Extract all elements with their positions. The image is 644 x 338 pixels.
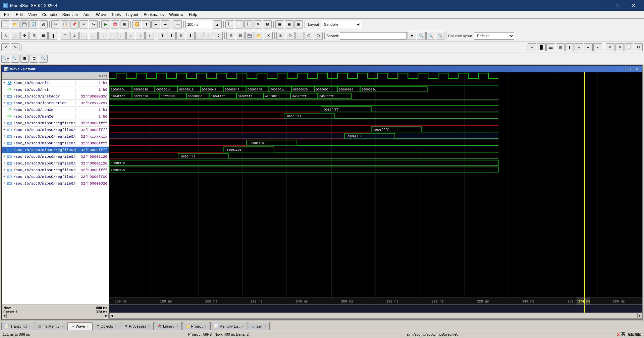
wave-shape-4[interactable]: ▦ bbox=[556, 43, 565, 51]
hscroll-right-button[interactable]: ▶ bbox=[637, 313, 642, 319]
sim-start-btn[interactable]: ▶ bbox=[101, 20, 110, 28]
tab-instmemv[interactable]: ▤InstMem.v× bbox=[35, 322, 67, 330]
wave-tools-3[interactable]: ←→ bbox=[79, 32, 88, 40]
expand-icon[interactable]: + bbox=[2, 128, 7, 132]
expand-icon[interactable]: + bbox=[2, 81, 7, 85]
signal-row[interactable]: +/soc_tb/soc0/mips0/regfile0/reg32[8]32'… bbox=[2, 140, 109, 147]
wave-tools-1[interactable]: ⊤ bbox=[61, 32, 69, 40]
search-go2[interactable]: 🔍 bbox=[426, 32, 435, 40]
sim-grid-btn[interactable]: ⊞ bbox=[120, 20, 129, 28]
wave-shape-3[interactable]: ▬ bbox=[546, 43, 555, 51]
tab-processes[interactable]: ⚙Processes× bbox=[121, 322, 154, 330]
expand-icon[interactable]: + bbox=[2, 101, 7, 105]
tr2-btn[interactable]: ▣ bbox=[285, 20, 293, 28]
del-sig-btn[interactable]: ⬇ bbox=[186, 32, 195, 40]
tab-library[interactable]: 📚Library× bbox=[154, 322, 182, 330]
copy-btn[interactable]: 📋 bbox=[61, 20, 69, 28]
zoom-tool-4[interactable]: ⬡ bbox=[305, 32, 313, 40]
col-layout-dropdown[interactable]: Default bbox=[474, 32, 514, 40]
tab-objects[interactable]: ⊙Objects× bbox=[93, 322, 121, 330]
t5-btn[interactable]: ⊠ bbox=[263, 20, 272, 28]
signal-row[interactable]: +/soc_tb/soc0/clk1'h1 bbox=[2, 80, 109, 86]
del-all-btn[interactable]: ✕ bbox=[264, 32, 273, 40]
expand-icon[interactable]: + bbox=[2, 155, 7, 158]
signal-row[interactable]: /soc_tb/soc0/memCe1'h0 bbox=[2, 113, 109, 120]
tab-memory-list[interactable]: 📊Memory List× bbox=[210, 322, 247, 330]
drag-btn[interactable]: ✥ bbox=[20, 32, 29, 40]
save-sig-btn[interactable]: 💾 bbox=[245, 32, 254, 40]
wave-btn[interactable]: 〰 bbox=[173, 20, 182, 28]
minimize-button[interactable]: — bbox=[594, 0, 609, 10]
t4-btn[interactable]: ✕ bbox=[254, 20, 262, 28]
expand-icon[interactable]: + bbox=[2, 182, 7, 185]
wave-shape-1[interactable]: ⌐ bbox=[528, 43, 536, 51]
redo-btn[interactable]: ↪ bbox=[89, 20, 98, 28]
signal-row[interactable]: +/soc_tb/soc0/instAddr32'h0000002c bbox=[2, 93, 109, 100]
expand-icon[interactable]: + bbox=[2, 161, 7, 165]
tab-close-btn[interactable]: × bbox=[87, 325, 89, 328]
t2-btn[interactable]: ⊢ bbox=[235, 20, 244, 28]
signal-row[interactable]: +/soc_tb/soc0/mips0/regfile0/reg32[11]32… bbox=[2, 120, 109, 127]
menu-item-view[interactable]: View bbox=[25, 12, 40, 18]
tr3-btn[interactable]: ▣ bbox=[294, 20, 303, 28]
zoom-tool-2[interactable]: ⬡ bbox=[286, 32, 294, 40]
signal-row[interactable]: +/soc_tb/soc0/instruction32'hxxxxxxxx bbox=[2, 100, 109, 107]
tab-close-btn[interactable]: × bbox=[29, 325, 31, 328]
open-btn[interactable]: 📂 bbox=[11, 20, 19, 28]
signal-row[interactable]: +/soc_tb/soc0/mips0/regfile0/reg32[6]32'… bbox=[2, 153, 109, 160]
pointer-btn[interactable]: ↖ bbox=[1, 32, 10, 40]
tab-wave[interactable]: 〰Wave× bbox=[67, 322, 93, 330]
wave-tools-10[interactable]: ↑ bbox=[145, 32, 154, 40]
zoom-in-btn[interactable]: 🔍+ bbox=[1, 55, 10, 63]
time-input[interactable] bbox=[185, 21, 212, 28]
menu-item-layout[interactable]: Layout bbox=[123, 12, 141, 18]
zoom-range-btn[interactable]: ⊡ bbox=[30, 55, 38, 63]
menu-item-add[interactable]: Add bbox=[81, 12, 93, 18]
sim-fwd-btn[interactable]: ➡ bbox=[161, 20, 169, 28]
menu-item-wave[interactable]: Wave bbox=[93, 12, 109, 18]
tab-close-btn[interactable]: × bbox=[264, 325, 266, 328]
menu-item-help[interactable]: Help bbox=[186, 12, 200, 18]
maximize-button[interactable]: □ bbox=[610, 0, 625, 10]
search-go1[interactable]: 🔍 bbox=[417, 32, 426, 40]
signal-row[interactable]: +/soc_tb/soc0/mips0/regfile0/reg32[7]32'… bbox=[2, 147, 109, 153]
new-btn[interactable]: 📄 bbox=[1, 20, 10, 28]
add-all-btn[interactable]: ↔ bbox=[195, 32, 204, 40]
wave-tools-6[interactable]: ← bbox=[108, 32, 116, 40]
wave-shape-6[interactable]: ⌐ bbox=[575, 43, 583, 51]
zoom-out-btn[interactable]: 🔍- bbox=[11, 55, 19, 63]
hscroll-left-button[interactable]: ◀ bbox=[109, 313, 114, 319]
sim-copy2-btn[interactable]: 🔀 bbox=[132, 20, 141, 28]
expand-icon[interactable]: + bbox=[2, 121, 7, 125]
signal-list[interactable]: +/soc_tb/soc0/clk1'h1 /soc_tb/soc0/rst1'… bbox=[2, 80, 109, 305]
signal-row[interactable]: /soc_tb/soc0/rst1'h0 bbox=[2, 86, 109, 93]
zoom-cursor-btn[interactable]: 🔍 bbox=[39, 55, 48, 63]
hscroll-scrollbar[interactable] bbox=[114, 313, 637, 319]
add-sig-btn[interactable]: ⬆ bbox=[158, 32, 166, 40]
tab-sim[interactable]: 🔬sim× bbox=[248, 322, 270, 330]
wave-tools-9[interactable]: ↕ bbox=[136, 32, 145, 40]
cut-btn[interactable]: ✂ bbox=[51, 20, 60, 28]
tr1-btn[interactable]: ▣ bbox=[275, 20, 284, 28]
tab-close-btn[interactable]: × bbox=[148, 325, 150, 328]
select-btn[interactable]: ⬜ bbox=[11, 32, 19, 40]
signal-row[interactable]: /soc_tb/soc0/romCe1'h1 bbox=[2, 107, 109, 113]
cursor-tool-4[interactable]: ⊡ bbox=[634, 43, 643, 51]
wave-tools-4[interactable]: ← bbox=[89, 32, 98, 40]
sim-step-btn[interactable]: ⬆ bbox=[142, 20, 151, 28]
wave-tools-5[interactable]: → bbox=[98, 32, 107, 40]
close-button[interactable]: ✕ bbox=[626, 0, 641, 10]
layout-dropdown[interactable]: Simulate bbox=[321, 21, 361, 28]
cursor-tool-2[interactable]: ✕ bbox=[615, 43, 624, 51]
tab-transcript[interactable]: 📝Transcript× bbox=[1, 322, 34, 330]
signal-row[interactable]: +/soc_tb/soc0/mips0/regfile0/reg32[4]32'… bbox=[2, 167, 109, 174]
signal-row[interactable]: +/soc_tb/soc0/mips0/regfile0/reg32[5]32'… bbox=[2, 160, 109, 167]
menu-item-tools[interactable]: Tools bbox=[109, 12, 123, 18]
save-btn[interactable]: 💾 bbox=[20, 20, 29, 28]
cursor-tool-1[interactable]: ✕ bbox=[606, 43, 614, 51]
expand-icon[interactable]: + bbox=[2, 94, 7, 98]
undo-btn[interactable]: ↩ bbox=[79, 20, 88, 28]
divider-btn[interactable]: ▐ bbox=[48, 32, 57, 40]
wave-shape-5[interactable]: ▮ bbox=[565, 43, 574, 51]
wave-shape-7[interactable]: ⌐ bbox=[584, 43, 593, 51]
